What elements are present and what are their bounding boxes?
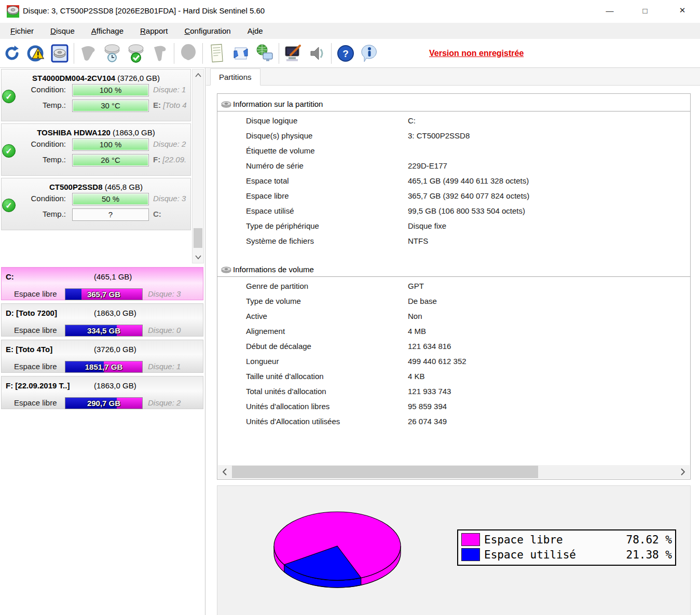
disk-name: ST4000DM004-2CV104	[32, 74, 115, 82]
menu-bar: Fichier Disque Affichage Rapport Configu…	[0, 23, 700, 39]
row-value: 3: CT500P2SSD8	[408, 131, 470, 140]
partition-card-c[interactable]: C: (465,1 GB) Espace libre 365,7 GB Disq…	[1, 267, 203, 300]
menu-fichier[interactable]: Fichier	[4, 24, 40, 38]
toolbar-separator	[74, 43, 74, 64]
menu-disque[interactable]: Disque	[44, 24, 81, 38]
row-label: Taille unité d'allocation	[246, 372, 324, 381]
export-icon[interactable]	[229, 42, 253, 65]
about-icon[interactable]	[358, 42, 381, 65]
partition-disk-number: Disque: 3	[148, 289, 181, 298]
partition-name: C:	[6, 272, 14, 281]
free-space-value: 1851,7 GB	[65, 361, 142, 372]
free-space-bar: 334,5 GB	[65, 325, 143, 337]
row-value: Disque fixe	[408, 221, 446, 230]
row-value: NTFS	[408, 236, 428, 245]
disk-card-ct500[interactable]: CT500P2SSD8 (465,8 GB) Condition: 50 % D…	[1, 178, 191, 230]
disk-clock-icon	[100, 42, 124, 65]
section-header-partition-info: Information sur la partition	[217, 97, 690, 111]
pie-chart	[217, 486, 456, 605]
report-icon[interactable]	[205, 42, 229, 65]
temp-bar: 26 °C	[72, 154, 149, 166]
temp-label: Temp.:	[43, 209, 66, 218]
row-value: 26 074 349	[408, 417, 447, 426]
sound-icon[interactable]	[305, 42, 329, 65]
partition-disk-number: Disque: 0	[148, 326, 181, 334]
scroll-left-icon[interactable]	[218, 465, 231, 479]
toolbar-separator	[174, 43, 174, 64]
row-label: Type de volume	[246, 297, 301, 305]
svg-text:?: ?	[342, 48, 349, 59]
toolbar-separator	[331, 43, 332, 64]
menu-rapport[interactable]: Rapport	[134, 24, 174, 38]
temp-label: Temp.:	[43, 101, 66, 109]
legend-label: Espace utilisé	[484, 549, 626, 561]
row-value: 121 933 743	[408, 387, 451, 396]
tab-partitions[interactable]: Partitions	[210, 68, 260, 86]
row-label: Active	[246, 312, 267, 320]
section-header-volume-info: Informations de volume	[217, 262, 690, 277]
scrollbar-thumb[interactable]	[194, 228, 202, 248]
registration-link[interactable]: Version non enregistrée	[429, 49, 524, 58]
big-disabled-icon	[176, 42, 200, 65]
help-icon[interactable]: ?	[334, 42, 358, 65]
temp-bar: 30 °C	[72, 100, 149, 112]
condition-bar: 50 %	[72, 193, 149, 205]
row-label: Numéro de série	[246, 161, 304, 170]
partition-size: (1863,0 GB)	[94, 309, 136, 317]
disk-size: (465,8 GB)	[105, 183, 143, 191]
free-space-bar: 365,7 GB	[65, 288, 143, 300]
info-horizontal-scrollbar[interactable]	[218, 465, 690, 479]
minimize-button[interactable]: —	[598, 0, 622, 21]
section-title: Informations de volume	[233, 265, 314, 274]
partition-size: (1863,0 GB)	[94, 381, 136, 390]
disk-check-icon	[124, 42, 148, 65]
disk-name: CT500P2SSD8	[49, 183, 103, 191]
menu-aide[interactable]: Aide	[241, 24, 269, 38]
row-value: GPT	[408, 282, 424, 290]
refresh-icon[interactable]	[0, 42, 24, 65]
settings-icon[interactable]	[281, 42, 305, 65]
scroll-down-icon[interactable]	[193, 251, 203, 263]
disk-status-icon[interactable]	[24, 42, 48, 65]
scroll-up-icon[interactable]	[193, 69, 203, 81]
row-value: De base	[408, 297, 437, 305]
health-ok-icon: ✓	[2, 199, 16, 212]
menu-configuration[interactable]: Configuration	[178, 24, 237, 38]
toolbar: ? Version non enregistrée	[0, 39, 700, 68]
free-space-bar: 1851,7 GB	[65, 361, 143, 373]
main-area: Partitions Information sur la partition …	[206, 68, 700, 615]
row-value: 499 440 612 352	[408, 357, 466, 366]
row-label: Disque logique	[246, 116, 297, 125]
partition-name: E: [Toto 4To]	[6, 345, 52, 354]
temp-label: Temp.:	[43, 155, 66, 164]
scroll-right-icon[interactable]	[676, 465, 690, 479]
disk-icon	[221, 266, 231, 273]
partition-size: (3726,0 GB)	[94, 345, 136, 354]
partition-card-d[interactable]: D: [Toto 7200] (1863,0 GB) Espace libre …	[1, 303, 203, 337]
row-label: Espace utilisé	[246, 206, 294, 215]
volume-label: [Toto 4	[163, 101, 186, 109]
disk-panel-icon[interactable]	[48, 42, 72, 65]
disk-card-st4000[interactable]: ST4000DM004-2CV104 (3726,0 GB) Condition…	[1, 69, 191, 121]
disk-list-scrollbar[interactable]	[192, 69, 204, 263]
condition-bar: 100 %	[72, 84, 149, 96]
disk-card-toshiba[interactable]: TOSHIBA HDWA120 (1863,0 GB) Condition: 1…	[1, 123, 191, 176]
condition-label: Condition:	[31, 194, 66, 203]
disk-number: Disque: 1	[153, 85, 190, 94]
health-ok-icon: ✓	[2, 144, 16, 158]
partition-card-e[interactable]: E: [Toto 4To] (3726,0 GB) Espace libre 1…	[1, 340, 203, 373]
legend-value: 21.38 %	[626, 549, 672, 561]
scrollbar-thumb[interactable]	[232, 466, 538, 478]
disk-name: TOSHIBA HDWA120	[37, 128, 111, 137]
legend-label: Espace libre	[484, 534, 626, 546]
row-value: 229D-E177	[408, 161, 447, 170]
menu-affichage[interactable]: Affichage	[85, 24, 130, 38]
condition-bar: 100 %	[72, 138, 149, 151]
disk-icon	[221, 101, 231, 108]
maximize-button[interactable]: □	[633, 0, 657, 21]
partition-card-f[interactable]: F: [22.09.2019 T..] (1863,0 GB) Espace l…	[1, 376, 203, 409]
network-icon[interactable]	[253, 42, 277, 65]
row-label: Unités d'Allocation utilisées	[246, 417, 340, 426]
disk-number: Disque: 3	[153, 194, 190, 203]
close-button[interactable]: ✕	[670, 0, 694, 21]
